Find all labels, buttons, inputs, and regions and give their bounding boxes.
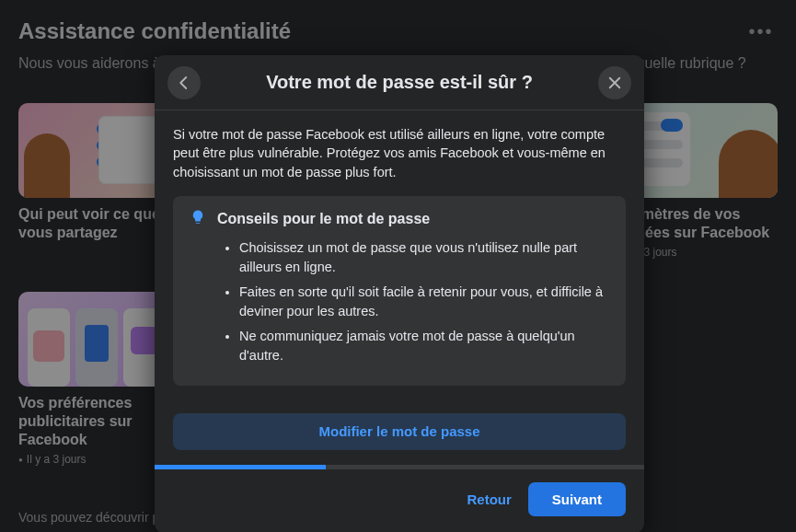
close-icon: [606, 75, 623, 91]
more-menu-button[interactable]: •••: [744, 15, 778, 48]
next-button[interactable]: Suivant: [528, 482, 626, 516]
modal-header: Votre mot de passe est-il sûr ?: [155, 55, 644, 110]
modal-intro-text: Si votre mot de passe Facebook est utili…: [173, 125, 626, 181]
back-button[interactable]: Retour: [467, 492, 511, 507]
password-check-modal: Votre mot de passe est-il sûr ? Si votre…: [155, 55, 644, 532]
change-password-button[interactable]: Modifier le mot de passe: [173, 413, 626, 450]
lightbulb-icon: [190, 209, 206, 229]
tip-item: Faites en sorte qu'il soit facile à rete…: [239, 283, 609, 321]
progress-bar-fill: [155, 465, 326, 469]
progress-bar: [155, 465, 644, 469]
close-button[interactable]: [598, 66, 631, 99]
page-title: Assistance confidentialité: [18, 18, 291, 44]
tip-item: Ne communiquez jamais votre mot de passe…: [239, 327, 609, 365]
arrow-left-icon: [176, 75, 192, 91]
tip-item: Choisissez un mot de passe que vous n'ut…: [239, 238, 609, 277]
modal-title: Votre mot de passe est-il sûr ?: [266, 72, 533, 93]
tips-panel: Conseils pour le mot de passe Choisissez…: [173, 196, 626, 386]
back-icon-button[interactable]: [167, 66, 201, 99]
tips-title: Conseils pour le mot de passe: [217, 211, 430, 227]
